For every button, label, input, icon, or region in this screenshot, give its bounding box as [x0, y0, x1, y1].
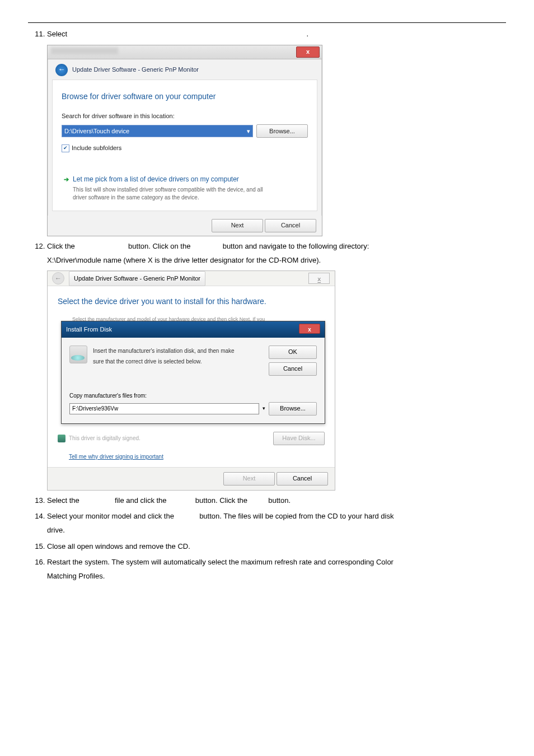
step12-b: button. Click on the [128, 242, 190, 250]
copy-from-input[interactable] [69, 403, 259, 414]
option-title: Let me pick from a list of device driver… [73, 175, 239, 183]
cancel-button[interactable]: Cancel [269, 362, 317, 376]
option-desc-2: driver software in the same category as … [73, 194, 308, 202]
step-11: Select . x ← Update Driver Software - Ge… [47, 27, 506, 236]
have-disk-button[interactable]: Have Disk... [273, 432, 325, 445]
s13-c: button. Click the [195, 496, 247, 505]
search-label: Search for driver software in this locat… [62, 110, 308, 122]
dialog-browse-driver: x ← Update Driver Software - Generic PnP… [47, 45, 322, 236]
step11-text-b: . [306, 30, 308, 38]
path-input[interactable]: D:\Drivers\Touch device ▾ [62, 125, 253, 137]
step-12: Click the button. Click on the button an… [47, 240, 506, 491]
step-15: Close all open windows and remove the CD… [47, 540, 506, 554]
step-16: Restart the system. The system will auto… [47, 556, 506, 583]
breadcrumb: Update Driver Software - Generic PnP Mon… [72, 64, 199, 76]
arrow-right-icon: ➔ [64, 176, 69, 183]
copy-from-label: Copy manufacturer's files from: [69, 390, 317, 401]
back-icon[interactable]: ← [55, 64, 68, 76]
s16-a: Restart the system. The system will auto… [47, 558, 394, 566]
let-me-pick-option[interactable]: ➔ Let me pick from a list of device driv… [62, 171, 308, 205]
dialog-heading: Select the device driver you want to ins… [58, 294, 325, 309]
ifd-title: Install From Disk [66, 324, 112, 335]
back-icon[interactable]: ← [52, 272, 64, 284]
close-icon[interactable]: x [296, 46, 320, 58]
signed-text: This driver is digitally signed. [69, 433, 140, 444]
close-icon[interactable]: x̲ [308, 273, 330, 284]
signing-link[interactable]: Tell me why driver signing is important [69, 454, 163, 460]
s14-b: button. The files will be copied from th… [199, 512, 394, 520]
shield-icon [58, 435, 65, 442]
s13-a: Select the [47, 496, 79, 505]
install-from-disk-dialog: Install From Disk x Insert the manufactu… [61, 321, 325, 424]
next-button[interactable]: Next [212, 219, 263, 232]
browse-button[interactable]: Browse... [269, 402, 317, 416]
include-subfolders-checkbox[interactable]: ✔ [62, 144, 69, 152]
step12-line2: X:\Driver\module name (where X is the dr… [47, 256, 321, 264]
cancel-button[interactable]: Cancel [277, 472, 328, 486]
s13-b: file and click the [115, 496, 167, 505]
s16-b: Matching Profiles. [47, 572, 105, 580]
browse-button[interactable]: Browse... [256, 124, 308, 138]
path-input-value: D:\Drivers\Touch device [64, 128, 129, 134]
step12-c: button and navigate to the following dir… [223, 242, 369, 250]
breadcrumb: Update Driver Software - Generic PnP Mon… [69, 271, 205, 286]
dialog-heading: Browse for driver software on your compu… [62, 89, 308, 104]
step-14: Select your monitor model and click the … [47, 510, 506, 537]
disk-icon [69, 346, 87, 363]
step11-text-a: Select [47, 30, 67, 38]
s14-a: Select your monitor model and click the [47, 512, 174, 520]
s13-d: button. [268, 496, 291, 505]
include-subfolders-label: Include subfolders [72, 142, 121, 154]
step-13: Select the file and click the button. Cl… [47, 494, 506, 508]
close-icon[interactable]: x [299, 324, 320, 334]
dialog-select-driver: x̲ ← Update Driver Software - Generic Pn… [47, 270, 335, 490]
next-button[interactable]: Next [223, 472, 275, 486]
ifd-text-2: sure that the correct drive is selected … [93, 356, 263, 367]
option-desc-1: This list will show installed driver sof… [73, 186, 308, 194]
step12-a: Click the [47, 242, 75, 250]
ifd-text-1: Insert the manufacturer's installation d… [93, 346, 263, 356]
s14-c: drive. [47, 526, 65, 534]
ok-button[interactable]: OK [269, 346, 317, 359]
cancel-button[interactable]: Cancel [265, 219, 316, 232]
dialog-titlebar: x [48, 45, 322, 59]
